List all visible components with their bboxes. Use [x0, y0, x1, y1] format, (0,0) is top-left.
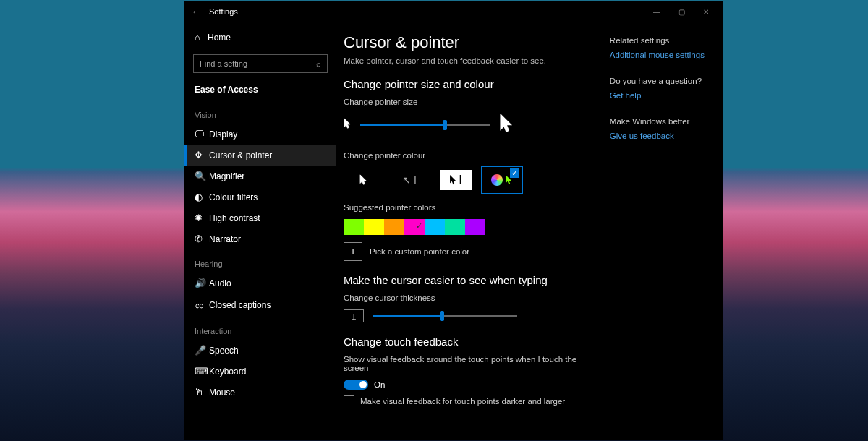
nav-icon: 🔊	[195, 278, 209, 288]
darker-larger-label: Make visual feedback for touch points da…	[360, 397, 565, 406]
nav-icon: ㏄	[195, 299, 209, 312]
suggested-label: Suggested pointer colors	[344, 203, 601, 212]
home-icon: ⌂	[195, 32, 208, 43]
nav-icon: 🎤	[195, 345, 209, 356]
nav-icon: 🖵	[195, 129, 209, 140]
cursor-large-icon	[499, 114, 514, 137]
nav-item-mouse[interactable]: 🖱Mouse	[184, 382, 336, 403]
nav-label: Speech	[209, 346, 239, 356]
nav-item-audio[interactable]: 🔊Audio	[184, 273, 336, 294]
nav-icon: ⌨	[195, 366, 209, 377]
nav-label: Narrator	[209, 234, 241, 244]
home-label: Home	[208, 33, 231, 43]
suggested-color-1[interactable]	[364, 219, 384, 235]
maximize-button[interactable]: ▢	[669, 1, 694, 22]
nav-item-cursor-pointer[interactable]: ✥Cursor & pointer	[184, 145, 336, 166]
pointer-size-slider[interactable]	[360, 120, 490, 130]
darker-larger-checkbox[interactable]	[344, 395, 354, 406]
nav-icon: 🖱	[195, 387, 209, 398]
page-subtitle: Make pointer, cursor and touch feedback …	[344, 56, 601, 65]
suggested-color-6[interactable]	[465, 219, 485, 235]
pointer-colour-option-2[interactable]: I	[436, 167, 475, 193]
additional-mouse-link[interactable]: Additional mouse settings	[610, 51, 723, 59]
check-icon: ✓	[510, 168, 519, 178]
nav-label: Keyboard	[209, 367, 246, 377]
nav-group-hearing: Hearing	[184, 249, 336, 273]
related-heading: Related settings	[610, 36, 723, 45]
nav-icon: ◐	[195, 192, 209, 202]
page-title: Cursor & pointer	[344, 33, 601, 52]
nav-label: Closed captions	[209, 300, 271, 310]
section-cursor-typing: Make the cursor easier to see when typin…	[344, 274, 601, 286]
question-heading: Do you have a question?	[610, 77, 723, 85]
nav-item-closed-captions[interactable]: ㏄Closed captions	[184, 294, 336, 317]
nav-item-magnifier[interactable]: 🔍Magnifier	[184, 166, 336, 187]
suggested-color-5[interactable]	[445, 219, 465, 235]
check-icon: ✓	[416, 221, 422, 231]
search-input[interactable]: Find a setting ⌕	[193, 54, 328, 73]
thickness-preview[interactable]: ⌶	[344, 309, 364, 322]
nav-item-display[interactable]: 🖵Display	[184, 124, 336, 145]
suggested-color-2[interactable]	[384, 219, 404, 235]
nav-label: Audio	[209, 278, 231, 288]
home-link[interactable]: ⌂ Home	[184, 26, 336, 48]
pointer-size-label: Change pointer size	[344, 98, 601, 106]
touch-feedback-toggle[interactable]	[344, 380, 368, 390]
nav-label: Colour filters	[209, 192, 258, 202]
nav-item-narrator[interactable]: ✆Narrator	[184, 228, 336, 249]
nav-icon: ✺	[195, 213, 209, 223]
nav-item-keyboard[interactable]: ⌨Keyboard	[184, 361, 336, 382]
nav-item-colour-filters[interactable]: ◐Colour filters	[184, 187, 336, 207]
toggle-state: On	[374, 380, 385, 389]
thickness-slider[interactable]	[373, 311, 517, 321]
nav-group-vision: Vision	[184, 100, 336, 124]
section-touch-feedback: Change touch feedback	[344, 335, 601, 348]
search-placeholder: Find a setting	[200, 59, 247, 68]
better-heading: Make Windows better	[610, 117, 723, 126]
nav-item-high-contrast[interactable]: ✺High contrast	[184, 207, 336, 228]
suggested-color-3[interactable]: ✓	[404, 219, 425, 235]
titlebar: ← Settings — ▢ ✕	[184, 1, 723, 22]
get-help-link[interactable]: Get help	[610, 91, 723, 100]
nav-icon: ✆	[195, 234, 209, 244]
breadcrumb[interactable]: Ease of Access	[184, 79, 336, 100]
custom-color-label: Pick a custom pointer color	[370, 247, 469, 256]
back-button[interactable]: ←	[189, 6, 203, 17]
suggested-color-4[interactable]	[425, 219, 445, 235]
suggested-color-0[interactable]	[344, 219, 364, 235]
pointer-colour-label: Change pointer colour	[344, 151, 601, 160]
nav-label: Display	[209, 129, 237, 140]
nav-label: High contrast	[209, 213, 260, 223]
sidebar: ⌂ Home Find a setting ⌕ Ease of Access V…	[184, 22, 336, 440]
settings-window: ← Settings — ▢ ✕ ⌂ Home Find a setting ⌕…	[184, 1, 723, 440]
add-custom-color-button[interactable]: +	[344, 242, 362, 261]
cursor-small-icon	[344, 118, 352, 132]
minimize-button[interactable]: —	[644, 1, 669, 22]
pointer-colour-option-0[interactable]	[344, 167, 383, 193]
app-title: Settings	[209, 7, 238, 16]
nav-label: Mouse	[209, 388, 235, 398]
section-size-colour: Change pointer size and colour	[344, 78, 601, 90]
nav-label: Cursor & pointer	[209, 150, 272, 160]
right-column: Related settings Additional mouse settin…	[601, 33, 723, 428]
pointer-colour-option-3[interactable]: ✓	[482, 167, 522, 193]
nav-label: Magnifier	[209, 171, 244, 181]
main-content: Cursor & pointer Make pointer, cursor an…	[344, 33, 601, 428]
pointer-colour-option-1[interactable]: ↖ I	[390, 167, 429, 193]
feedback-link[interactable]: Give us feedback	[610, 132, 723, 140]
nav-icon: ✥	[195, 150, 209, 160]
nav-group-interaction: Interaction	[184, 317, 336, 340]
search-icon: ⌕	[316, 59, 321, 68]
close-button[interactable]: ✕	[694, 1, 718, 22]
touch-feedback-label: Show visual feedback around the touch po…	[344, 355, 601, 372]
nav-item-speech[interactable]: 🎤Speech	[184, 340, 336, 361]
nav-icon: 🔍	[195, 171, 209, 181]
thickness-label: Change cursor thickness	[344, 294, 601, 302]
